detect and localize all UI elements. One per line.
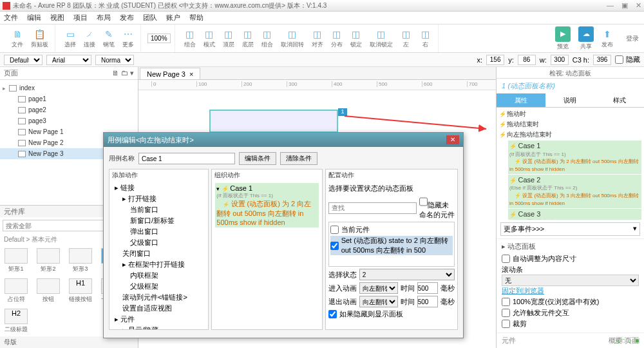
lib-item[interactable]: 矩形2 [35, 248, 62, 273]
lib-item[interactable]: 矩形3 [67, 248, 94, 273]
case-name-input[interactable] [138, 153, 235, 164]
clip-checkbox[interactable]: 裁剪 [502, 319, 639, 329]
event-case[interactable]: ⚡ Case 1(If 面板状态于 This == 1)⚡ 设置 (动态面板) … [508, 140, 641, 174]
minimize-icon[interactable]: — [607, 1, 614, 10]
enter-time-input[interactable] [417, 282, 438, 294]
enter-anim-select[interactable]: 向左翻转 [359, 282, 398, 294]
lib-item[interactable]: 占位符 [3, 278, 30, 304]
event-case[interactable]: ⚡ Case 3(Else If 面板状态于 This == 3)⚡ 设置 (动… [508, 209, 641, 220]
tab-close-icon[interactable]: × [189, 70, 193, 78]
action-item[interactable]: 当前窗口 [112, 204, 205, 215]
tool-组合[interactable]: ◫组合 [259, 27, 276, 50]
action-item[interactable]: ▸ 在框架中打开链接 [112, 259, 205, 270]
tab-style[interactable]: 样式 [595, 93, 644, 108]
preview-button[interactable]: ▶预览 [553, 25, 573, 52]
share-button[interactable]: ☁共享 [576, 25, 596, 52]
event-row[interactable]: ⚡拖动结束时 [499, 119, 641, 130]
menu-publish[interactable]: 发布 [120, 13, 134, 23]
dialog-close-icon[interactable]: ✕ [446, 135, 459, 144]
menu-file[interactable]: 文件 [4, 13, 18, 23]
current-widget-check[interactable]: 当前元件 [330, 225, 453, 235]
footer-widgets[interactable]: 元件 [502, 336, 516, 345]
menu-view[interactable]: 视图 [50, 13, 64, 23]
more-button[interactable]: ⋯更多 [120, 27, 137, 50]
exit-time-input[interactable] [417, 296, 438, 307]
select-button[interactable]: ▭选择 [62, 27, 79, 50]
lib-item[interactable]: H2二级标题 [3, 309, 30, 334]
hide-checkbox[interactable]: 隐藏 [615, 55, 640, 64]
action-item[interactable]: ▸ 元件 [112, 314, 205, 325]
tool-右[interactable]: ◫右 [417, 27, 434, 50]
x-input[interactable] [486, 55, 504, 65]
action-item[interactable]: 滚动到元件<锚链接> [112, 292, 205, 303]
fullwidth-checkbox[interactable]: 100%宽度(仅浏览器中有效) [502, 297, 639, 307]
action-item[interactable]: 父级框架 [112, 281, 205, 292]
y-input[interactable] [518, 55, 536, 65]
menu-team[interactable]: 团队 [143, 13, 157, 23]
dynamic-panel-widget[interactable]: 1 [209, 110, 338, 133]
page-row[interactable]: page2 [0, 104, 138, 115]
set-state-item[interactable]: Set (动态面板) state to 2 向左翻转 out 500ms 向左翻… [330, 236, 453, 255]
tool-底层[interactable]: ◫底层 [240, 27, 256, 50]
menu-help[interactable]: 帮助 [189, 13, 204, 23]
tool-取消锁定[interactable]: ◫取消锁定 [367, 27, 395, 50]
show-if-hidden-checkbox[interactable]: 如果隐藏则显示面板 [328, 309, 455, 319]
action-item[interactable]: 父级窗口 [112, 237, 205, 248]
autofit-checkbox[interactable]: 自动调整为内容尺寸 [502, 254, 639, 264]
action-item[interactable]: 新窗口/新标签 [112, 215, 205, 226]
w-input[interactable] [551, 55, 569, 65]
zoom-select[interactable]: 100% [147, 34, 171, 43]
tool-分布[interactable]: ◫分布 [328, 27, 345, 50]
page-tab[interactable]: New Page 3× [140, 68, 200, 79]
menu-project[interactable]: 项目 [73, 13, 88, 23]
pin-link[interactable]: 固定到浏览器 [502, 286, 639, 296]
lib-item[interactable]: H1链接按钮 [67, 278, 94, 304]
action-item[interactable]: 设置自适应视图 [112, 303, 205, 314]
login-link[interactable]: 登录 [626, 34, 639, 43]
org-case[interactable]: ▾ ⚡ Case 1 (If 面板状态于 This == 1) ⚡ 设置 (动态… [215, 183, 318, 227]
action-item[interactable]: 关闭窗口 [112, 248, 205, 259]
close-icon[interactable]: ✕ [636, 1, 641, 10]
tool-模式[interactable]: ◫模式 [201, 27, 218, 50]
page-row[interactable]: page1 [0, 93, 138, 104]
file-button[interactable]: 🗎文件 [9, 27, 26, 50]
font-select[interactable]: Arial [46, 55, 91, 65]
action-item[interactable]: 弹出窗口 [112, 226, 205, 237]
config-search[interactable] [328, 202, 417, 214]
allow-trigger-checkbox[interactable]: 允许触发元件交互 [502, 308, 639, 318]
action-item[interactable]: ▸ 显示/隐藏 [112, 325, 205, 329]
lib-item[interactable]: 矩形1 [3, 248, 30, 273]
tool-取消回转[interactable]: ◫取消回转 [278, 27, 307, 50]
publish-button[interactable]: ⬆发布 [599, 27, 616, 50]
edit-condition-button[interactable]: 编辑条件 [239, 152, 276, 165]
action-item[interactable]: 内联框架 [112, 270, 205, 281]
hide-unnamed-checkbox[interactable]: 隐藏未命名的元件 [419, 196, 455, 220]
maximize-icon[interactable]: ▣ [621, 1, 628, 10]
event-row[interactable]: ⚡向左拖动结束时 [499, 130, 641, 140]
state-select[interactable]: 2 [359, 269, 455, 280]
dialog-titlebar[interactable]: 用例编辑<向左拖动结束时> ✕ [104, 133, 463, 147]
menu-account[interactable]: 账户 [166, 13, 180, 23]
action-item[interactable]: ▸ 打开链接 [112, 193, 205, 204]
tab-properties[interactable]: 属性 [497, 93, 545, 108]
menu-layout[interactable]: 布局 [97, 13, 111, 23]
h-input[interactable] [593, 55, 611, 65]
menu-edit[interactable]: 编辑 [27, 13, 41, 23]
panel-tools-icon[interactable]: 🗎 🗀 ▾ [112, 69, 134, 77]
more-events-button[interactable]: 更多事件>>>▾ [500, 222, 640, 236]
clear-condition-button[interactable]: 清除条件 [280, 152, 317, 165]
tool-顶层[interactable]: ◫顶层 [220, 27, 237, 50]
connect-button[interactable]: ⟋连接 [81, 27, 98, 50]
clipboard-button[interactable]: 📋剪贴板 [28, 27, 51, 50]
preset-select[interactable]: Default [4, 55, 43, 65]
weight-select[interactable]: Normal [95, 55, 134, 65]
scroll-select[interactable]: 无 [502, 275, 639, 286]
page-row[interactable]: page3 [0, 115, 138, 126]
event-row[interactable]: ⚡拖动时 [499, 109, 641, 119]
tool-锁定[interactable]: ◫锁定 [348, 27, 365, 50]
event-case[interactable]: ⚡ Case 2(Else If 面板状态于 This == 2)⚡ 设置 (动… [508, 175, 641, 208]
page-row[interactable]: ▸index [0, 82, 138, 93]
tool-组合[interactable]: ◫组合 [182, 27, 198, 50]
exit-anim-select[interactable]: 向左翻转 [359, 296, 398, 307]
action-item[interactable]: ▸ 链接 [112, 182, 205, 193]
